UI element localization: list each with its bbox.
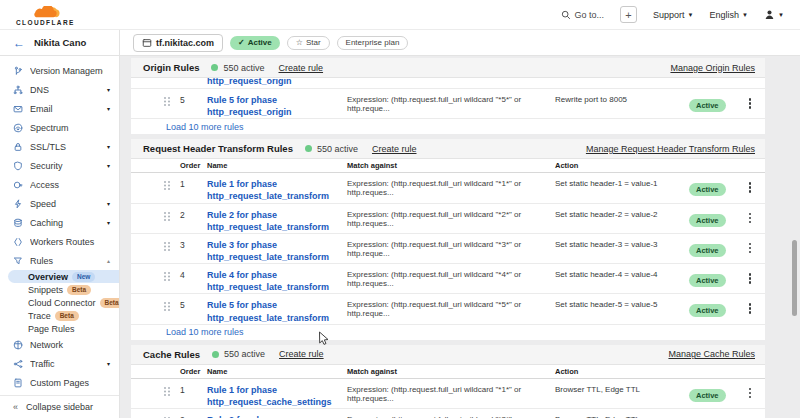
rule-name-link[interactable]: Rule 1 for phasehttp_request_cache_setti… (207, 384, 347, 408)
back-arrow-icon[interactable]: ← (13, 37, 25, 49)
rule-name-link[interactable]: Rule 2 for phasehttp_request_late_transf… (207, 209, 347, 233)
globe-icon (12, 340, 23, 350)
create-rule-link[interactable]: Create rule (279, 349, 324, 359)
domain-selector[interactable]: tf.nikitac.com (133, 34, 223, 52)
search-icon (561, 10, 571, 20)
col-name: Name (207, 161, 347, 170)
zone-status-badge: ✓Active (230, 36, 280, 50)
drag-handle-icon[interactable] (164, 209, 180, 214)
rules-overview-content: Origin Rules 550 active Create rule Mana… (120, 56, 800, 418)
status-cell: Active (689, 178, 735, 196)
drag-handle-icon[interactable] (164, 299, 180, 304)
origin-rules-header: Origin Rules 550 active Create rule Mana… (131, 58, 765, 78)
sidebar-item-rules-trace[interactable]: Trace Beta (0, 309, 119, 322)
collapse-sidebar-button[interactable]: « Collapse sidebar (0, 395, 119, 418)
sidebar-item-caching[interactable]: Caching▾ (0, 213, 119, 232)
language-menu[interactable]: English▼ (710, 10, 748, 20)
kebab-menu-icon[interactable] (735, 269, 765, 276)
rule-action: Browser TTL, Edge TTL (555, 384, 689, 394)
sidebar-item-rules-page-rules[interactable]: Page Rules (0, 322, 119, 335)
sidebar-item-dns[interactable]: DNS▾ (0, 80, 119, 99)
kebab-menu-icon[interactable] (735, 239, 765, 246)
rule-name-link[interactable]: http_request_origin (207, 78, 765, 86)
sidebar-item-rules-overview[interactable]: Overview New (8, 270, 119, 283)
status-badge: Active (689, 274, 726, 287)
rule-expression: Expression: (http.request.full_uri wildc… (347, 178, 555, 197)
sidebar-item-email[interactable]: Email▾ (0, 99, 119, 118)
page-icon (12, 378, 23, 388)
kebab-menu-icon[interactable] (735, 414, 765, 418)
rule-name-link[interactable]: Rule 4 for phasehttp_request_late_transf… (207, 269, 347, 293)
table-row: 3 Rule 3 for phasehttp_request_late_tran… (131, 234, 765, 264)
create-rule-link[interactable]: Create rule (279, 63, 324, 73)
sidebar-item-rules[interactable]: Rules▴ (0, 251, 119, 270)
kebab-menu-icon[interactable] (735, 178, 765, 185)
sidebar-item-rules-cloud-connector[interactable]: Cloud Connector Beta (0, 296, 119, 309)
kebab-menu-icon[interactable] (735, 299, 765, 306)
access-icon (12, 180, 23, 190)
manage-origin-rules-link[interactable]: Manage Origin Rules (670, 63, 755, 73)
kebab-menu-icon[interactable] (735, 384, 765, 391)
rule-name-link[interactable]: Rule 3 for phasehttp_request_late_transf… (207, 239, 347, 263)
table-header-row: Order Name Match against Action (131, 159, 765, 173)
drag-handle-icon[interactable] (164, 239, 180, 244)
create-rule-link[interactable]: Create rule (372, 144, 417, 154)
rule-expression: Expression: (http.request.full_uri wildc… (347, 239, 555, 258)
drag-handle-icon[interactable] (164, 384, 180, 389)
kebab-menu-icon[interactable] (735, 209, 765, 216)
sidebar-item-network[interactable]: Network (0, 335, 119, 354)
spectrum-icon (12, 123, 23, 133)
load-more-link[interactable]: Load 10 more rules (131, 119, 765, 134)
sidebar-item-traffic[interactable]: Traffic▾ (0, 354, 119, 373)
rule-action: Set static header-1 = value-1 (555, 178, 689, 188)
sidebar-item-ssl-tls[interactable]: SSL/TLS▾ (0, 137, 119, 156)
col-match: Match against (347, 367, 555, 376)
rule-action: Set static header-4 = value-4 (555, 269, 689, 279)
sidebar-item-speed[interactable]: Speed▾ (0, 194, 119, 213)
rule-order: 5 (180, 299, 207, 310)
status-badge: Active (689, 244, 726, 257)
sidebar-item-rules-snippets[interactable]: Snippets Beta (0, 283, 119, 296)
col-match: Match against (347, 161, 555, 170)
table-row-partial: http_request_origin (131, 78, 765, 89)
user-menu[interactable]: ▼ (764, 9, 784, 20)
chevron-down-icon: ▼ (742, 12, 748, 18)
rule-name-link[interactable]: Rule 5 for phasehttp_request_late_transf… (207, 299, 347, 323)
col-name: Name (207, 367, 347, 376)
scrollbar-thumb[interactable] (792, 240, 797, 316)
support-label: Support (653, 10, 685, 20)
drag-handle-icon[interactable] (164, 178, 180, 183)
shield-icon (12, 161, 23, 171)
sidebar-item-spectrum[interactable]: Spectrum (0, 118, 119, 137)
rule-name-link[interactable]: Rule 2 for phasehttp_request_cache_setti… (207, 414, 347, 418)
sidebar-item-security[interactable]: Security▾ (0, 156, 119, 175)
website-icon (142, 38, 152, 48)
rule-name-link[interactable]: Rule 1 for phasehttp_request_late_transf… (207, 178, 347, 202)
rule-order: 3 (180, 239, 207, 250)
sidebar-item-custom-pages[interactable]: Custom Pages (0, 373, 119, 392)
support-menu[interactable]: Support▼ (653, 10, 693, 20)
funnel-icon (12, 256, 23, 266)
drag-handle-icon[interactable] (164, 414, 180, 418)
rule-order: 5 (180, 94, 207, 105)
manage-cache-rules-link[interactable]: Manage Cache Rules (668, 349, 755, 359)
star-button[interactable]: ☆Star (287, 36, 330, 50)
status-badge: Active (689, 99, 726, 112)
sidebar-item-access[interactable]: Access (0, 175, 119, 194)
table-row: 1 Rule 1 for phasehttp_request_cache_set… (131, 379, 765, 409)
manage-transform-rules-link[interactable]: Manage Request Header Transform Rules (586, 144, 755, 154)
table-row: 2 Rule 2 for phasehttp_request_late_tran… (131, 204, 765, 234)
rule-name-link[interactable]: Rule 5 for phasehttp_request_origin (207, 94, 347, 118)
goto-search[interactable]: Go to... (561, 10, 605, 20)
sidebar-item-version-management[interactable]: Version Management (0, 61, 119, 80)
load-more-link[interactable]: Load 10 more rules (131, 325, 765, 340)
drag-handle-icon[interactable] (164, 94, 180, 99)
new-badge: New (72, 272, 95, 282)
account-breadcrumb[interactable]: ← Nikita Cano (0, 30, 120, 55)
kebab-menu-icon[interactable] (735, 94, 765, 101)
drag-handle-icon[interactable] (164, 269, 180, 274)
cloudflare-logo[interactable]: CLOUDFLARE (16, 6, 75, 26)
add-site-button[interactable]: + (620, 6, 637, 23)
sidebar-item-workers-routes[interactable]: Workers Routes (0, 232, 119, 251)
status-badge: Active (689, 214, 726, 227)
